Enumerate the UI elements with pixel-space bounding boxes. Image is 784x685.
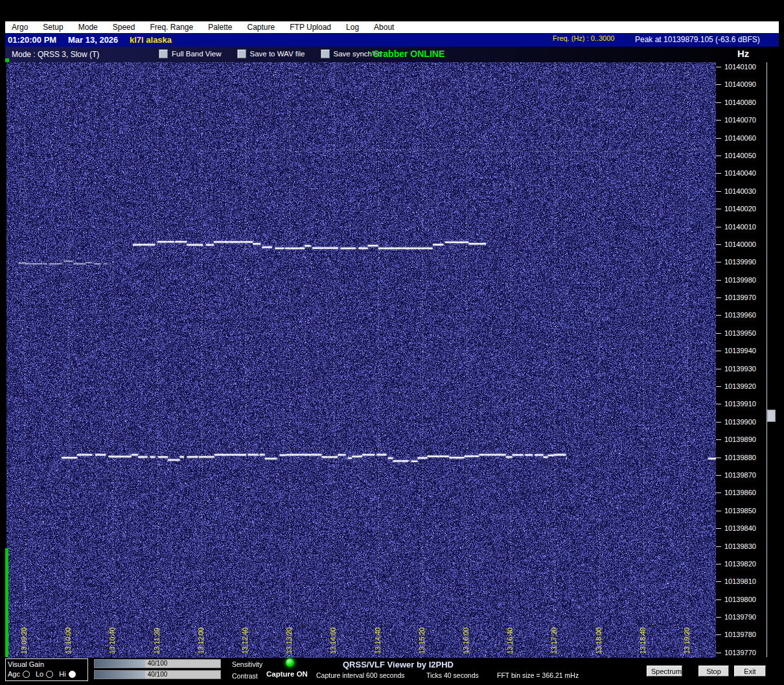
visual-gain-options: AgcLoHi	[8, 670, 76, 678]
radio-lo[interactable]: Lo	[36, 670, 53, 678]
freq-tick	[716, 280, 721, 281]
contrast-label: Contrast	[232, 672, 258, 680]
menu-item-speed[interactable]: Speed	[106, 23, 144, 32]
freq-label: 10139990	[724, 258, 756, 266]
freq-tick	[716, 581, 721, 582]
capture-interval-label: Capture interval 600 seconds	[316, 671, 405, 679]
grabber-status: Grabber ONLINE	[373, 49, 444, 59]
freq-label: 10140000	[724, 240, 756, 248]
time-tick-label: 13:10:40	[108, 627, 116, 654]
slider-sensitivity[interactable]: 40/100	[94, 659, 221, 668]
freq-label: 10139770	[724, 649, 756, 656]
radio-label: Hi	[59, 670, 65, 678]
menu-item-freq-range[interactable]: Freq. Range	[143, 23, 202, 32]
menu-item-ftp-upload[interactable]: FTP Upload	[283, 23, 340, 32]
freq-tick	[716, 564, 721, 564]
freq-label: 10140010	[724, 223, 756, 231]
checkbox-box-icon[interactable]	[237, 49, 246, 58]
freq-tick	[716, 262, 721, 262]
freq-label: 10140030	[724, 187, 756, 195]
freq-tick	[716, 102, 721, 103]
checkbox-box-icon[interactable]	[159, 49, 168, 58]
argo-window: ArgoSetupModeSpeedFreq. RangePaletteCapt…	[0, 0, 784, 685]
freq-label: 10139870	[724, 471, 756, 479]
radio-icon[interactable]	[23, 671, 30, 678]
time-tick-label: 13:16:00	[462, 627, 470, 654]
radio-label: Agc	[8, 670, 20, 678]
clock-time: 01:20:00 PM	[8, 35, 56, 45]
menu-item-setup[interactable]: Setup	[36, 23, 71, 32]
freq-label: 10139810	[724, 577, 756, 585]
freq-tick	[716, 617, 721, 618]
visual-gain-box: Visual Gain AgcLoHi	[5, 658, 88, 681]
spectrum-button[interactable]: Spectrum	[647, 666, 682, 677]
scale-marker[interactable]	[767, 410, 776, 422]
freq-tick	[716, 653, 721, 653]
radio-icon[interactable]	[46, 671, 53, 678]
capture-state-label: Capture ON	[266, 670, 308, 678]
mode-label: Mode : QRSS 3, Slow (T)	[12, 50, 99, 59]
menu-item-mode[interactable]: Mode	[72, 23, 106, 32]
freq-label: 10139890	[724, 435, 756, 443]
radio-label: Lo	[36, 670, 43, 678]
menu-item-about[interactable]: About	[367, 23, 402, 32]
freq-label: 10139930	[724, 365, 756, 373]
waterfall-canvas[interactable]	[6, 62, 716, 658]
stop-button[interactable]: Stop	[698, 666, 729, 677]
freq-label: 10140060	[724, 134, 756, 142]
freq-tick	[716, 191, 721, 192]
freq-tick	[716, 546, 721, 547]
slider-group: 40/10040/100	[94, 659, 221, 681]
time-tick-label: 13:19:20	[683, 627, 691, 654]
menu-item-log[interactable]: Log	[340, 23, 367, 32]
freq-label: 10140050	[724, 152, 756, 159]
bottom-bar: Visual Gain AgcLoHi 40/10040/100 Sensiti…	[0, 658, 784, 685]
freq-label: 10139970	[724, 294, 756, 301]
menu-item-capture[interactable]: Capture	[241, 23, 284, 32]
time-tick-label: 13:12:40	[241, 627, 249, 654]
freq-label: 10139950	[724, 329, 756, 337]
freq-tick	[716, 511, 721, 511]
callsign-label: kl7l alaska	[130, 35, 172, 45]
freq-tick	[716, 634, 721, 635]
app-title: QRSS/VLF Viewer by I2PHD	[343, 660, 454, 669]
time-tick-label: 13:16:40	[506, 627, 514, 654]
freq-label: 10139790	[724, 613, 756, 621]
radio-icon[interactable]	[69, 671, 76, 678]
slider-value: 40/100	[95, 660, 220, 668]
checkbox-box-icon[interactable]	[321, 49, 330, 58]
waterfall-display[interactable]: 13:09:2013:10:0013:10:4013:11:2013:12:00…	[6, 62, 716, 658]
freq-tick	[716, 439, 721, 440]
freq-label: 10139920	[724, 382, 756, 390]
menu-item-argo[interactable]: Argo	[5, 23, 36, 32]
radio-agc[interactable]: Agc	[8, 670, 30, 678]
freq-tick	[716, 138, 721, 139]
line-progress-indicator	[5, 548, 8, 657]
frequency-scale: 1014010010140090101400801014007010140060…	[716, 62, 781, 658]
freq-label: 10139940	[724, 347, 756, 354]
freq-unit-label: Hz	[737, 48, 749, 59]
freq-label: 10139850	[724, 507, 756, 515]
time-tick-label: 13:15:20	[418, 627, 426, 654]
freq-label: 10139820	[724, 560, 756, 568]
fft-bin-size-label: FFT bin size = 366.21 mHz	[497, 671, 579, 679]
freq-label: 10140100	[724, 63, 756, 71]
freq-label: 10139830	[724, 542, 756, 550]
ticks-label: Ticks 40 seconds	[426, 671, 479, 679]
freq-tick	[716, 120, 721, 121]
freq-label: 10140020	[724, 205, 756, 213]
checkbox-save-to-wav-file[interactable]: Save to WAV file	[237, 49, 305, 58]
slider-contrast[interactable]: 40/100	[94, 670, 221, 679]
freq-tick	[716, 599, 721, 600]
clock-date: Mar 13, 2026	[68, 35, 118, 45]
freq-label: 10139860	[724, 489, 756, 496]
freq-label: 10140080	[724, 99, 756, 106]
radio-hi[interactable]: Hi	[59, 670, 75, 678]
freq-label: 10140090	[724, 80, 756, 88]
capture-led-icon	[286, 658, 294, 667]
exit-button[interactable]: Exit	[734, 666, 766, 677]
checkbox-full-band-view[interactable]: Full Band View	[159, 49, 222, 58]
menu-item-palette[interactable]: Palette	[202, 23, 240, 32]
sensitivity-label: Sensitivity	[232, 660, 262, 668]
time-tick-label: 13:17:20	[550, 627, 558, 654]
